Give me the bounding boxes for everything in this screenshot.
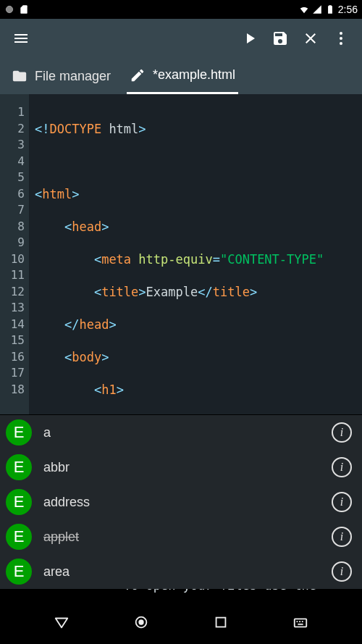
signal-icon — [312, 4, 322, 14]
svg-point-3 — [340, 42, 342, 45]
clock-text: 2:56 — [338, 4, 358, 15]
info-icon[interactable]: i — [332, 492, 352, 512]
suggestion-item[interactable]: E abbr i — [0, 450, 362, 485]
autocomplete-popup: E a i E abbr i E address i E applet i E … — [0, 415, 362, 589]
element-badge-icon: E — [6, 454, 32, 480]
recent-apps-button[interactable] — [206, 608, 235, 637]
svg-point-2 — [340, 37, 342, 40]
sd-card-icon — [19, 4, 29, 14]
status-bar: 2:56 — [0, 0, 362, 19]
info-icon[interactable]: i — [332, 527, 352, 547]
close-icon — [302, 30, 319, 47]
info-icon[interactable]: i — [332, 422, 352, 443]
app-bar — [0, 19, 362, 58]
save-button[interactable] — [265, 23, 295, 54]
suggestion-label: area — [43, 564, 332, 580]
info-icon[interactable]: i — [332, 561, 352, 582]
element-badge-icon: E — [6, 524, 32, 550]
svg-point-1 — [340, 32, 342, 35]
more-vert-icon — [332, 30, 350, 47]
svg-rect-8 — [297, 621, 298, 622]
svg-rect-6 — [216, 618, 226, 627]
svg-rect-11 — [298, 624, 303, 625]
circle-icon — [4, 4, 14, 14]
suggestion-item[interactable]: E applet i — [0, 519, 362, 554]
back-button[interactable] — [47, 608, 76, 637]
run-button[interactable] — [235, 23, 265, 54]
suggestion-label: abbr — [43, 460, 332, 475]
save-icon — [272, 30, 289, 47]
suggestion-item[interactable]: E address i — [0, 485, 362, 519]
tab-bar: File manager *example.html — [0, 58, 362, 94]
edit-icon — [130, 67, 146, 83]
suggestion-label: a — [43, 425, 332, 440]
home-circle-icon — [133, 614, 149, 630]
code-editor[interactable]: 1 2 3 4 5 6 7 8 9 10 11 12 13 14 15 16 1… — [0, 94, 362, 414]
folder-icon — [12, 68, 28, 84]
keyboard-icon — [292, 614, 308, 630]
suggestion-label: applet — [43, 530, 332, 545]
battery-icon — [325, 4, 335, 14]
suggestion-item[interactable]: E a i — [0, 415, 362, 450]
element-badge-icon: E — [6, 419, 32, 446]
wifi-icon — [299, 4, 309, 14]
suggestion-item[interactable]: E area i — [0, 554, 362, 589]
tab-file-manager[interactable]: File manager — [9, 58, 114, 94]
code-content[interactable]: <!DOCTYPE html> <html> <head> <meta http… — [29, 94, 324, 414]
play-icon — [241, 30, 258, 47]
keyboard-toggle-button[interactable] — [286, 608, 315, 637]
hamburger-icon — [12, 30, 30, 47]
svg-rect-10 — [302, 621, 303, 622]
tab-current-file-label: *example.html — [153, 67, 235, 83]
navigation-bar — [0, 601, 362, 644]
overflow-button[interactable] — [326, 23, 356, 54]
close-button[interactable] — [295, 23, 326, 54]
square-icon — [213, 614, 229, 630]
tab-file-manager-label: File manager — [35, 69, 111, 84]
suggestion-label: address — [43, 495, 332, 510]
svg-point-5 — [138, 619, 143, 624]
svg-rect-7 — [295, 619, 307, 627]
back-triangle-icon — [54, 614, 70, 630]
menu-button[interactable] — [6, 23, 36, 54]
svg-point-0 — [6, 6, 12, 12]
svg-rect-9 — [299, 621, 300, 622]
element-badge-icon: E — [6, 559, 32, 585]
info-icon[interactable]: i — [332, 457, 352, 477]
element-badge-icon: E — [6, 489, 32, 515]
line-number-gutter: 1 2 3 4 5 6 7 8 9 10 11 12 13 14 15 16 1… — [0, 94, 29, 414]
tab-current-file[interactable]: *example.html — [127, 58, 238, 94]
home-button[interactable] — [127, 608, 156, 637]
